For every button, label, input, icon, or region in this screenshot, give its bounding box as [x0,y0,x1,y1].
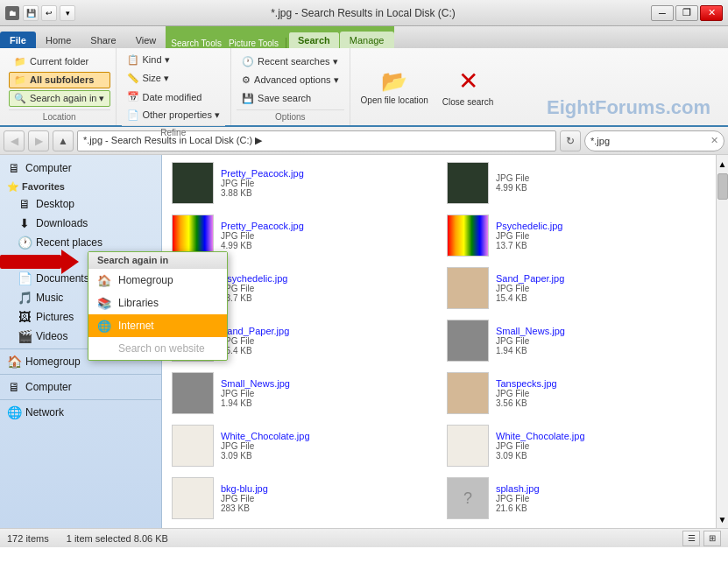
tab-view[interactable]: View [126,32,166,48]
date-modified-button[interactable]: 📅 Date modified [122,88,226,105]
list-item[interactable]: ? splash.jpg JPG File 21.6 KB [441,474,712,523]
list-item[interactable]: JPG File 4.99 KB [441,158,712,208]
list-item[interactable]: Small_News.jpg JPG File 1.94 KB [166,369,437,418]
scroll-thumb[interactable] [717,173,728,200]
quick-undo-icon[interactable]: ↩ [41,5,57,21]
recent-searches-button[interactable]: 🕐 Recent searches ▾ [237,53,344,70]
list-item[interactable]: Small_News.jpg JPG File 1.94 KB [441,316,712,365]
search-clear-icon[interactable]: ✕ [710,135,718,146]
location-section-label: Location [9,109,110,122]
file-type: JPG File [496,336,565,346]
date-icon: 📅 [127,91,139,102]
status-bar: 172 items 1 item selected 8.06 KB ☰ ⊞ [0,528,728,547]
file-type: JPG File [496,441,585,451]
file-thumbnail: ? [447,477,489,519]
open-close-buttons: 📂 Open file location ✕ Close search [356,52,499,122]
quick-save-icon[interactable]: 💾 [23,5,39,21]
kind-icon: 📋 [127,54,139,66]
list-item[interactable]: Psychedelic.jpg JPG File 13.7 KB [441,211,712,260]
list-item[interactable]: bkg-blu.jpg JPG File 283 KB [166,474,437,523]
dropdown-item-homegroup[interactable]: 🏠 Homegroup [88,269,227,292]
sidebar-divider-3 [0,399,161,400]
minimize-button[interactable]: ─ [651,5,674,21]
back-button[interactable]: ◀ [4,130,25,151]
ribbon-refine-section: 📋 Kind ▾ 📏 Size ▾ 📅 Date modified 📄 Othe… [117,48,232,125]
file-type: JPG File [221,336,289,346]
list-item[interactable]: White_Chocolate.jpg JPG File 3.09 KB [441,421,712,470]
refine-section-label: Refine [122,125,226,137]
search-website-label: Search on website [118,342,205,355]
all-subfolders-button[interactable]: 📁 All subfolders [9,72,110,88]
file-size: 21.6 KB [496,503,540,513]
size-button[interactable]: 📏 Size ▾ [122,70,226,87]
forward-button[interactable]: ▶ [28,130,49,151]
quick-dropdown-icon[interactable]: ▾ [60,5,75,21]
libraries-menu-label: Libraries [118,297,159,309]
list-item[interactable]: Pretty_Peacock.jpg JPG File 3.88 KB [166,158,437,208]
red-arrow-annotation [0,250,79,274]
list-item[interactable]: Alien_Avatar.jpg JPG File 18.4 KB [166,526,437,528]
save-search-button[interactable]: 💾 Save search [237,90,344,107]
other-properties-button[interactable]: 📄 Other properties ▾ [122,107,226,123]
file-size: 3.09 KB [221,451,310,461]
open-file-location-section: 📂 Open file location ✕ Close search [350,48,505,125]
close-button[interactable]: ✕ [700,5,723,21]
up-button[interactable]: ▲ [53,130,74,151]
large-icons-view-button[interactable]: ⊞ [703,531,721,546]
sidebar-item-desktop[interactable]: 🖥 Desktop [0,194,161,214]
tab-manage[interactable]: Manage [340,32,394,48]
save-icon: 💾 [242,93,254,104]
file-size: 15.4 KB [496,293,564,303]
sidebar-computer-shortcut-label: Computer [25,162,72,174]
tab-share[interactable]: Share [81,32,125,48]
kind-button[interactable]: 📋 Kind ▾ [122,52,226,68]
sidebar-item-network[interactable]: 🌐 Network [0,403,161,422]
libraries-menu-icon: 📚 [97,296,111,310]
search-input[interactable] [590,136,710,146]
search-bar[interactable]: ✕ [584,130,724,151]
dropdown-item-search-website: Search on website [88,337,227,360]
watermark: EightForums.com [547,96,710,119]
close-search-icon: ✕ [458,67,478,95]
file-name: bkg-blu.jpg [221,483,268,494]
context-tab-group: Search Tools Picture Tools Search Manage [166,26,393,48]
list-item[interactable]: White_Chocolate.jpg JPG File 3.09 KB [166,421,437,470]
open-file-location-button[interactable]: 📂 Open file location [356,60,434,113]
close-search-button[interactable]: ✕ Close search [437,60,498,113]
folder-icon: 📁 [14,56,26,67]
items-count: 172 items [7,533,49,544]
scrollbar[interactable]: ▲ ▼ [716,155,728,528]
scroll-up-button[interactable]: ▲ [717,155,728,172]
file-thumbnail [447,215,489,257]
file-size: 1.94 KB [221,398,290,408]
restore-button[interactable]: ❐ [675,5,698,21]
current-folder-button[interactable]: 📁 Current folder [9,53,110,70]
file-info: Pretty_Peacock.jpg JPG File 3.88 KB [221,168,304,198]
tab-file[interactable]: File [0,32,36,48]
dropdown-item-internet[interactable]: 🌐 Internet [88,314,227,337]
advanced-options-button[interactable]: ⚙ Advanced options ▾ [237,72,344,88]
favorites-star-icon: ⭐ [7,181,22,192]
file-info: White_Chocolate.jpg JPG File 3.09 KB [496,431,585,461]
file-thumbnail [172,162,214,204]
file-type: JPG File [496,231,562,241]
refine-buttons: 📋 Kind ▾ 📏 Size ▾ 📅 Date modified 📄 Othe… [122,52,226,123]
downloads-icon: ⬇ [18,216,32,230]
title-bar: 🖿 💾 ↩ ▾ *.jpg - Search Results in Local … [0,0,728,26]
file-size: 4.99 KB [221,241,304,250]
list-item[interactable]: Sand_Paper.jpg JPG File 15.4 KB [441,264,712,313]
homegroup-menu-icon: 🏠 [97,273,111,287]
refresh-button[interactable]: ↻ [560,130,581,151]
file-info: Small_News.jpg JPG File 1.94 KB [221,378,290,408]
sidebar-item-downloads[interactable]: ⬇ Downloads [0,214,161,233]
tab-search[interactable]: Search [288,32,340,48]
sidebar-item-computer[interactable]: 🖥 Computer [0,377,161,397]
details-view-button[interactable]: ☰ [682,531,700,546]
tab-home[interactable]: Home [36,32,81,48]
list-item[interactable]: Tanspecks.jpg JPG File 3.56 KB [441,369,712,418]
scroll-down-button[interactable]: ▼ [717,510,728,528]
sidebar-item-computer-shortcut[interactable]: 🖥 Computer [0,158,161,178]
file-grid: Pretty_Peacock.jpg JPG File 3.88 KB JPG … [166,158,712,528]
dropdown-item-libraries[interactable]: 📚 Libraries [88,292,227,314]
search-again-button[interactable]: 🔍 Search again in ▾ [9,90,110,107]
